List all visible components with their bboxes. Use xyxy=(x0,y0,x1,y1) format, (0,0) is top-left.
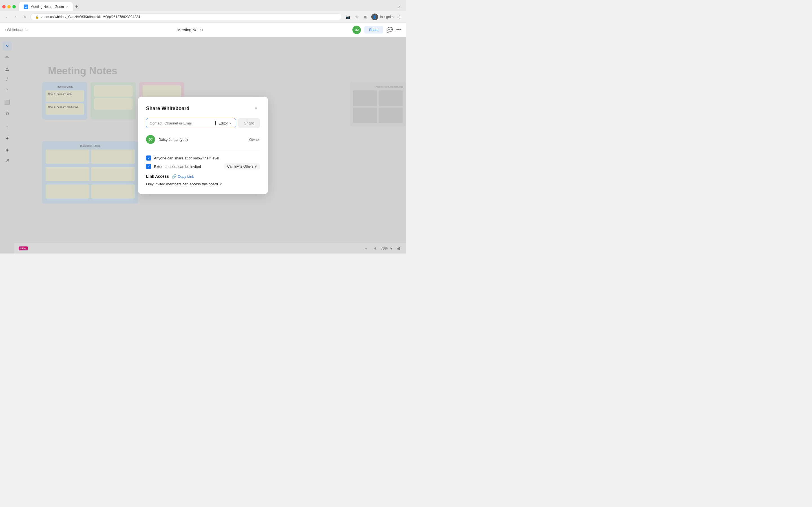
checkbox-2-icon[interactable]: ✓ xyxy=(146,164,151,169)
reload-button[interactable]: ↻ xyxy=(21,13,28,20)
app-toolbar: ‹ Whiteboards Meeting Notes DJ Share 💬 •… xyxy=(0,23,406,37)
back-button[interactable]: ‹ xyxy=(3,13,10,20)
share-button-toolbar[interactable]: Share xyxy=(364,26,383,34)
browser-actions: 📷 ☆ ⊞ 👤 Incognito ⋮ xyxy=(344,13,403,20)
camera-off-icon[interactable]: 📷 xyxy=(344,13,351,20)
grid-view-icon[interactable]: ⊞ xyxy=(362,13,369,20)
forward-button[interactable]: › xyxy=(12,13,19,20)
tab-close-button[interactable]: × xyxy=(66,5,68,9)
checkbox-1-label: Anyone can share at or below their level xyxy=(154,156,260,160)
invite-others-chevron-icon: ∨ xyxy=(255,165,257,168)
more-options-button[interactable]: ••• xyxy=(396,27,402,33)
browser-tab[interactable]: Z Meeting Notes - Zoom × xyxy=(19,2,73,11)
url-text: zoom.us/wb/doc/_GzqzfVOSlKu9apldkkuMQ/p/… xyxy=(41,15,140,19)
canvas-area: ↖ ✏ △ / T ⬜ ⧉ ↑ ✦ ◈ ↺ Meeting Notes Meet… xyxy=(0,37,406,253)
lock-icon: 🔒 xyxy=(35,15,39,19)
tab-title: Meeting Notes - Zoom xyxy=(31,5,64,9)
tab-favicon: Z xyxy=(24,4,28,9)
incognito-label: Incognito xyxy=(380,15,394,19)
dialog-header: Share Whiteboard × xyxy=(146,105,260,112)
dialog-title: Share Whiteboard xyxy=(146,106,190,112)
access-level-row: Only invited members can access this boa… xyxy=(146,182,260,186)
copy-link-label: Copy Link xyxy=(177,174,194,179)
link-icon: 🔗 xyxy=(172,174,176,179)
can-invite-others-button[interactable]: Can Invite Others ∨ xyxy=(224,163,260,170)
comment-button[interactable]: 💬 xyxy=(387,27,393,33)
address-bar-row: ‹ › ↻ 🔒 zoom.us/wb/doc/_GzqzfVOSlKu9apld… xyxy=(0,11,406,22)
access-level-text: Only invited members can access this boa… xyxy=(146,182,218,186)
share-dialog-button[interactable]: Share xyxy=(238,118,260,128)
modal-overlay: Share Whiteboard × Editor ∨ Share DJ D xyxy=(0,37,406,253)
user-avatar-toolbar: DJ xyxy=(352,25,361,34)
checkbox-1-icon[interactable]: ✓ xyxy=(146,156,151,161)
browser-collapse-button[interactable]: ∧ xyxy=(398,5,404,9)
link-access-label: Link Access xyxy=(146,174,169,179)
new-tab-button[interactable]: + xyxy=(73,3,81,11)
back-arrow-icon: ‹ xyxy=(4,27,6,32)
copy-link-button[interactable]: 🔗 Copy Link xyxy=(172,174,194,179)
link-access-row: Link Access 🔗 Copy Link xyxy=(146,174,260,179)
bookmark-icon[interactable]: ☆ xyxy=(353,13,360,20)
toolbar-actions: DJ Share 💬 ••• xyxy=(352,25,402,34)
browser-chrome: Z Meeting Notes - Zoom × + ∧ ‹ › ↻ 🔒 zoo… xyxy=(0,0,406,23)
browser-menu-button[interactable]: ⋮ xyxy=(396,13,403,20)
close-window-button[interactable] xyxy=(2,5,6,8)
invite-input-wrap: Editor ∨ xyxy=(146,118,236,128)
share-dialog: Share Whiteboard × Editor ∨ Share DJ D xyxy=(138,97,268,194)
traffic-lights xyxy=(2,5,16,8)
back-to-whiteboards-button[interactable]: ‹ Whiteboards xyxy=(4,27,28,32)
invite-row: Editor ∨ Share xyxy=(146,118,260,128)
role-selector[interactable]: Editor ∨ xyxy=(217,121,232,125)
tab-bar: Z Meeting Notes - Zoom × + ∧ xyxy=(0,0,406,11)
access-level-chevron-icon[interactable]: ∨ xyxy=(220,182,222,186)
incognito-icon: 👤 xyxy=(371,13,378,20)
user-row: DJ Daisy Jonas (you) Owner xyxy=(146,134,260,145)
incognito-button[interactable]: 👤 Incognito xyxy=(371,13,394,20)
back-label: Whiteboards xyxy=(7,27,28,32)
cursor-indicator xyxy=(215,121,216,125)
can-invite-others-label: Can Invite Others xyxy=(227,165,253,168)
dialog-close-button[interactable]: × xyxy=(252,105,260,112)
role-label: Editor xyxy=(218,121,228,125)
maximize-window-button[interactable] xyxy=(12,5,16,8)
role-chevron-icon: ∨ xyxy=(229,122,231,125)
checkbox-row-2: ✓ External users can be invited Can Invi… xyxy=(146,163,260,170)
checkbox-2-label: External users can be invited xyxy=(154,165,221,169)
checkbox-row-1: ✓ Anyone can share at or below their lev… xyxy=(146,156,260,161)
app-title: Meeting Notes xyxy=(28,27,352,32)
user-role: Owner xyxy=(249,137,260,142)
user-name: Daisy Jonas (you) xyxy=(158,137,246,142)
user-avatar: DJ xyxy=(146,135,155,144)
minimize-window-button[interactable] xyxy=(7,5,11,8)
divider xyxy=(146,151,260,151)
invite-input[interactable] xyxy=(150,121,213,125)
address-bar[interactable]: 🔒 zoom.us/wb/doc/_GzqzfVOSlKu9apldkkuMQ/… xyxy=(31,13,342,20)
